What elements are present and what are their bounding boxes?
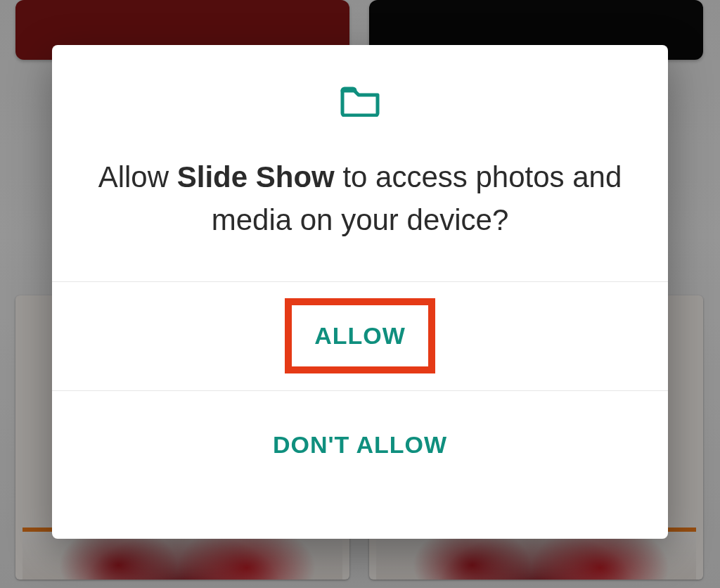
dont-allow-button[interactable]: DON'T ALLOW: [257, 424, 463, 466]
background-stage: Allow Slide Show to access photos and me…: [0, 0, 720, 588]
allow-button[interactable]: ALLOW: [299, 315, 421, 357]
allow-row: ALLOW: [52, 281, 668, 390]
dialog-title-pre: Allow: [98, 160, 177, 193]
permission-dialog: Allow Slide Show to access photos and me…: [52, 45, 668, 539]
dialog-title: Allow Slide Show to access photos and me…: [52, 156, 668, 281]
dialog-header: Allow Slide Show to access photos and me…: [52, 45, 668, 281]
deny-row: DON'T ALLOW: [52, 390, 668, 499]
dialog-app-name: Slide Show: [177, 160, 335, 193]
folder-icon: [340, 84, 380, 117]
annotation-highlight: ALLOW: [285, 298, 435, 373]
